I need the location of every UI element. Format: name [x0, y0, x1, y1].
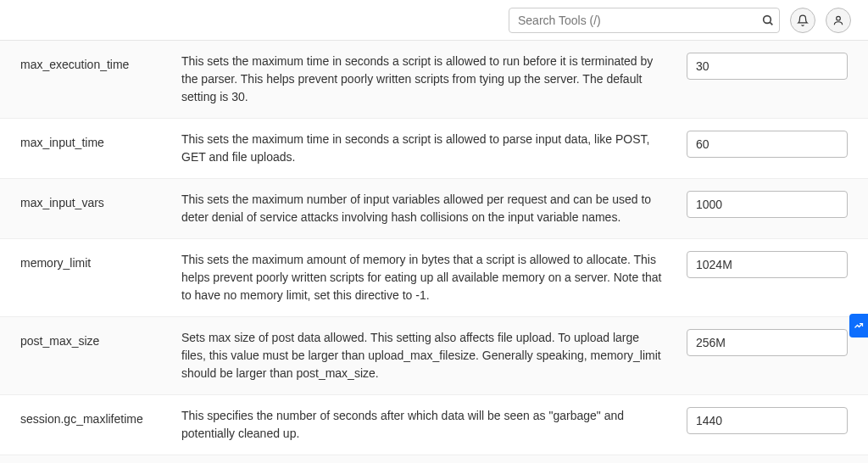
setting-value-input[interactable]	[687, 329, 848, 356]
search-icon	[761, 14, 775, 27]
setting-control	[687, 131, 848, 158]
setting-row: max_input_time This sets the maximum tim…	[0, 119, 868, 179]
setting-key: max_input_vars	[20, 191, 164, 209]
setting-value-input[interactable]	[687, 131, 848, 158]
setting-control	[687, 329, 848, 356]
svg-point-2	[837, 16, 841, 20]
setting-description: This sets the maximum number of input va…	[181, 191, 670, 226]
setting-key: post_max_size	[20, 329, 164, 348]
setting-description: Sets max size of post data allowed. This…	[181, 329, 670, 382]
setting-value-input[interactable]	[687, 53, 848, 80]
user-menu-button[interactable]	[826, 8, 851, 33]
setting-key: max_input_time	[20, 131, 164, 149]
setting-control	[687, 53, 848, 80]
setting-row: max_execution_time This sets the maximum…	[0, 41, 868, 119]
svg-point-0	[764, 15, 771, 23]
svg-line-1	[770, 22, 772, 25]
notifications-button[interactable]	[790, 8, 815, 33]
setting-value-input[interactable]	[687, 251, 848, 278]
setting-value-input[interactable]	[687, 407, 848, 434]
setting-key: memory_limit	[20, 251, 164, 270]
setting-description: This sets the maximum time in seconds a …	[181, 53, 670, 106]
setting-key: session.gc_maxlifetime	[20, 407, 164, 426]
chart-icon	[854, 321, 864, 331]
setting-description: This sets the maximum amount of memory i…	[181, 251, 670, 304]
search-wrap	[509, 8, 780, 33]
setting-description: This specifies the number of seconds aft…	[181, 407, 670, 443]
setting-description: This sets the maximum time in seconds a …	[181, 131, 670, 166]
search-button[interactable]	[761, 14, 775, 27]
side-stats-tab[interactable]	[849, 314, 868, 337]
setting-row: post_max_size Sets max size of post data…	[0, 317, 868, 395]
setting-row: session.save_path session.save_path defi…	[0, 455, 868, 463]
setting-control	[687, 251, 848, 278]
setting-row: memory_limit This sets the maximum amoun…	[0, 239, 868, 317]
setting-key: max_execution_time	[20, 53, 164, 71]
user-icon	[832, 14, 844, 26]
settings-list[interactable]: max_execution_time This sets the maximum…	[0, 41, 868, 463]
bell-icon	[797, 14, 809, 26]
setting-control	[687, 191, 848, 218]
setting-row: session.gc_maxlifetime This specifies th…	[0, 395, 868, 455]
setting-control	[687, 407, 848, 434]
search-input[interactable]	[509, 8, 780, 33]
setting-value-input[interactable]	[687, 191, 848, 218]
topbar	[0, 0, 868, 41]
setting-row: max_input_vars This sets the maximum num…	[0, 179, 868, 239]
